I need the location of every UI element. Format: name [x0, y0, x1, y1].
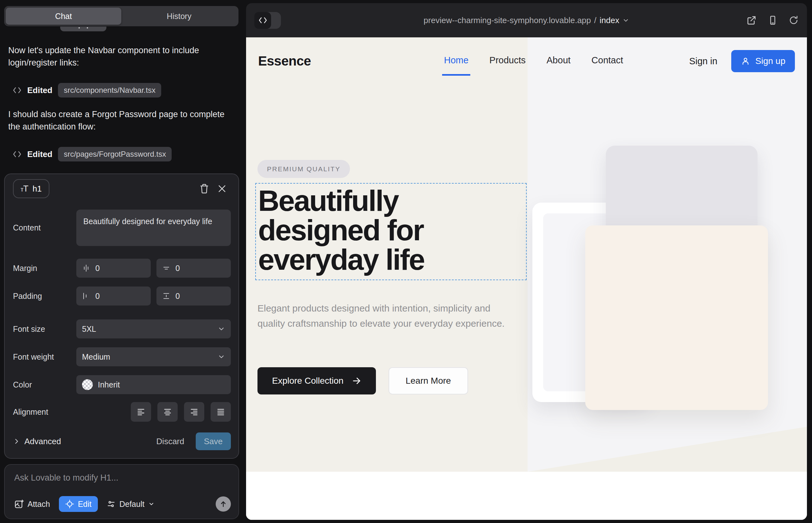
decor-card-cream: [585, 226, 768, 410]
font-weight-select[interactable]: Medium: [76, 347, 231, 366]
align-center-button[interactable]: [157, 402, 178, 422]
explore-collection-button[interactable]: Explore Collection: [258, 367, 376, 395]
margin-horizontal-icon: [82, 264, 90, 272]
content-label: Content: [13, 223, 76, 232]
hero-paragraph: Elegant products designed with intention…: [258, 301, 511, 331]
discard-button[interactable]: Discard: [156, 437, 184, 446]
nav-link-home[interactable]: Home: [444, 55, 469, 68]
content-row: Content Beautifully designed for everyda…: [13, 210, 231, 246]
nav-link-about[interactable]: About: [547, 55, 571, 68]
chevron-right-icon: [13, 438, 20, 445]
nav-links: Home Products About Contact: [444, 55, 623, 68]
attach-image-icon: [14, 499, 24, 509]
typography-icon: тT: [21, 184, 28, 194]
hero-heading[interactable]: Beautifully designed for everyday life: [258, 186, 526, 274]
target-icon: [65, 500, 74, 508]
padding-vertical-icon: [162, 292, 170, 300]
nav-link-products[interactable]: Products: [489, 55, 525, 68]
padding-horizontal-input[interactable]: 0: [76, 287, 151, 306]
file-chip[interactable]: src/components/Navbar.tsx: [58, 83, 161, 97]
preview-actions: [746, 15, 799, 26]
edited-label: Edited: [27, 86, 52, 95]
learn-more-button[interactable]: Learn More: [389, 367, 468, 395]
chevron-down-icon: [148, 501, 155, 507]
hero-section: Essence Home Products About Contact Sign…: [246, 37, 807, 472]
chat-composer: Ask Lovable to modify H1... Attach Edit …: [4, 464, 239, 519]
arrow-right-icon: [352, 376, 361, 385]
align-justify-button[interactable]: [211, 402, 231, 422]
content-input[interactable]: Beautifully designed for everyday life: [76, 210, 231, 246]
transparent-color-swatch: [82, 379, 93, 390]
align-center-icon: [163, 408, 172, 416]
send-button[interactable]: [216, 497, 231, 511]
chat-history-tabs: Chat History: [4, 6, 239, 26]
model-default-button[interactable]: Default: [107, 500, 155, 509]
element-editor-panel: тT h1 Content Beautifully designed for e…: [4, 174, 239, 459]
close-icon: [217, 184, 226, 193]
delete-element-button[interactable]: [195, 180, 213, 198]
padding-label: Padding: [13, 292, 76, 301]
align-left-button[interactable]: [131, 402, 151, 422]
edited-file-row: Edited src/pages/ForgotPassword.tsx: [13, 147, 172, 161]
edited-label: Edited: [27, 149, 52, 159]
page-lower-section: [246, 472, 807, 520]
url-separator: /: [594, 16, 596, 25]
signin-link[interactable]: Sign in: [689, 56, 717, 67]
assistant-message: I should also create a Forgot Password p…: [8, 108, 230, 133]
alignment-label: Alignment: [13, 408, 76, 417]
padding-row: Padding 0 0: [13, 287, 231, 306]
premium-quality-badge: PREMIUM QUALITY: [258, 160, 350, 178]
chat-panel: Chat History Now let's update the Navbar…: [0, 0, 246, 523]
chevron-down-icon: [217, 353, 225, 361]
cta-row: Explore Collection Learn More: [258, 367, 468, 395]
element-tag-badge: тT h1: [13, 179, 49, 198]
advanced-toggle[interactable]: Advanced: [13, 437, 61, 446]
tab-history[interactable]: History: [121, 7, 237, 25]
preview-window: preview--charming-site-symphony.lovable.…: [246, 3, 807, 520]
refresh-button[interactable]: [789, 15, 799, 25]
margin-vertical-icon: [162, 264, 170, 272]
edit-mode-button[interactable]: Edit: [59, 496, 98, 512]
chevron-down-icon: [217, 325, 225, 333]
margin-row: Margin 0 0: [13, 259, 231, 278]
file-chip[interactable]: src/pages/ForgotPassword.tsx: [58, 147, 172, 161]
margin-label: Margin: [13, 264, 76, 273]
font-size-select[interactable]: 5XL: [76, 320, 231, 339]
signup-button[interactable]: Sign up: [731, 50, 795, 72]
mobile-view-button[interactable]: [768, 15, 778, 26]
chat-input[interactable]: Ask Lovable to modify H1...: [14, 473, 230, 483]
element-selection-outline[interactable]: Beautifully designed for everyday life: [255, 183, 527, 280]
code-preview-toggle[interactable]: [254, 12, 281, 29]
color-select[interactable]: Inherit: [76, 375, 231, 394]
site-logo[interactable]: Essence: [258, 54, 311, 69]
tab-chat[interactable]: Chat: [6, 7, 121, 25]
color-label: Color: [13, 380, 76, 390]
close-editor-button[interactable]: [213, 180, 231, 198]
align-right-icon: [189, 408, 199, 416]
font-weight-row: Font weight Medium: [13, 347, 231, 366]
margin-vertical-input[interactable]: 0: [156, 259, 231, 278]
decor-wedge: [528, 427, 807, 472]
open-external-button[interactable]: [746, 15, 757, 26]
url-page: index: [600, 16, 619, 25]
arrow-up-icon: [219, 500, 227, 508]
code-view-segment[interactable]: [254, 12, 271, 29]
color-row: Color Inherit: [13, 375, 231, 394]
attach-button[interactable]: Attach: [14, 499, 50, 509]
save-button[interactable]: Save: [196, 432, 231, 450]
editor-footer: Advanced Discard Save: [13, 432, 231, 450]
composer-toolbar: Attach Edit Default: [14, 496, 231, 512]
assistant-message: Now let's update the Navbar component to…: [8, 44, 230, 69]
align-justify-icon: [216, 408, 226, 416]
alignment-row: Alignment: [13, 402, 231, 422]
margin-horizontal-input[interactable]: 0: [76, 259, 151, 278]
nav-link-contact[interactable]: Contact: [592, 55, 623, 68]
site-navbar: Essence Home Products About Contact Sign…: [246, 37, 807, 85]
preview-toolbar: preview--charming-site-symphony.lovable.…: [246, 3, 807, 37]
scrolled-file-chip[interactable]: [60, 26, 106, 31]
editor-header: тT h1: [13, 179, 231, 198]
padding-vertical-input[interactable]: 0: [156, 287, 231, 306]
font-weight-label: Font weight: [13, 353, 76, 362]
align-right-button[interactable]: [184, 402, 204, 422]
url-breadcrumb[interactable]: preview--charming-site-symphony.lovable.…: [424, 16, 630, 25]
